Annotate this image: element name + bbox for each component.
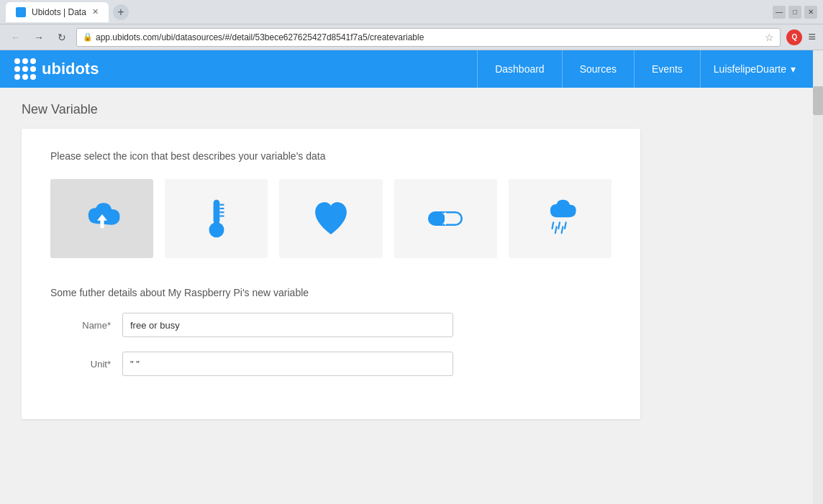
minimize-button[interactable]: —	[773, 6, 786, 19]
form-card: Please select the icon that best describ…	[22, 129, 640, 419]
unit-input[interactable]	[122, 352, 453, 376]
logo-dot	[30, 66, 36, 72]
logo-dot	[14, 66, 20, 72]
address-bar[interactable]: 🔒 app.ubidots.com/ubi/datasources/#/deta…	[76, 28, 781, 47]
close-button[interactable]: ✕	[804, 6, 817, 19]
bookmark-icon[interactable]: ☆	[765, 32, 774, 43]
details-section-label: Some futher details about My Raspberry P…	[50, 287, 611, 298]
address-bar-container: ← → ↻ 🔒 app.ubidots.com/ubi/datasources/…	[0, 24, 823, 50]
nav-user[interactable]: LuisfelipeDuarte ▾	[700, 50, 809, 88]
pill-icon	[420, 193, 470, 244]
heart-icon	[306, 193, 356, 244]
tab-title: Ubidots | Data	[32, 7, 86, 17]
icon-cloud-upload[interactable]	[50, 179, 153, 258]
window-controls: — □ ✕	[773, 6, 817, 19]
cloud-upload-icon	[77, 193, 127, 244]
app-logo: ubidots	[14, 58, 99, 80]
scrollbar-track	[813, 50, 823, 504]
rain-cloud-icon	[535, 193, 585, 244]
url-text: app.ubidots.com/ubi/datasources/#/detail…	[96, 32, 424, 42]
logo-text: ubidots	[42, 60, 99, 78]
icon-pill[interactable]	[394, 179, 497, 258]
logo-dots	[14, 58, 36, 80]
user-dropdown-icon: ▾	[791, 63, 796, 75]
nav-dashboard[interactable]: Dashboard	[477, 50, 562, 88]
logo-dot	[22, 74, 28, 80]
back-button[interactable]: ←	[7, 29, 24, 46]
browser-tab[interactable]: Ubidots | Data ✕	[6, 2, 109, 22]
tab-close-button[interactable]: ✕	[92, 7, 99, 17]
name-input[interactable]	[122, 313, 453, 337]
icon-grid	[50, 179, 611, 258]
main-content: New Variable Please select the icon that…	[0, 88, 823, 504]
app-header: ubidots Dashboard Sources Events Luisfel…	[0, 50, 823, 88]
nav-sources[interactable]: Sources	[562, 50, 634, 88]
logo-dot	[22, 58, 28, 64]
svg-line-14	[555, 226, 557, 233]
user-name: LuisfelipeDuarte	[714, 63, 786, 75]
svg-line-12	[559, 222, 560, 229]
logo-dot	[30, 74, 36, 80]
tab-favicon	[16, 7, 26, 17]
forward-button[interactable]: →	[30, 29, 47, 46]
logo-dot	[14, 58, 20, 64]
icon-heart[interactable]	[279, 179, 382, 258]
thermometer-icon	[191, 193, 242, 244]
svg-rect-9	[429, 212, 445, 225]
unit-label: Unit*	[50, 359, 122, 370]
name-label: Name*	[50, 320, 122, 331]
logo-dot	[22, 66, 28, 72]
logo-dot	[30, 58, 36, 64]
extension-icon[interactable]: Q	[786, 29, 802, 45]
page-title: New Variable	[22, 102, 801, 117]
chrome-menu-icon[interactable]: ≡	[808, 29, 816, 45]
icon-thermometer[interactable]	[165, 179, 268, 258]
icon-section-label: Please select the icon that best describ…	[50, 150, 611, 162]
scrollbar-thumb[interactable]	[813, 86, 823, 115]
lock-icon: 🔒	[83, 32, 93, 42]
icon-rain-cloud[interactable]	[509, 179, 611, 258]
refresh-button[interactable]: ↻	[53, 29, 71, 46]
svg-line-15	[562, 226, 563, 233]
nav-events[interactable]: Events	[634, 50, 700, 88]
svg-line-11	[553, 222, 554, 229]
logo-dot	[14, 74, 20, 80]
app-nav: Dashboard Sources Events LuisfelipeDuart…	[477, 50, 809, 88]
name-field-row: Name*	[50, 313, 611, 337]
new-tab-button[interactable]: +	[113, 4, 129, 20]
browser-titlebar: Ubidots | Data ✕ + — □ ✕	[0, 0, 823, 24]
svg-rect-7	[214, 217, 219, 231]
maximize-button[interactable]: □	[788, 6, 801, 19]
svg-line-13	[565, 222, 566, 229]
unit-field-row: Unit*	[50, 352, 611, 376]
